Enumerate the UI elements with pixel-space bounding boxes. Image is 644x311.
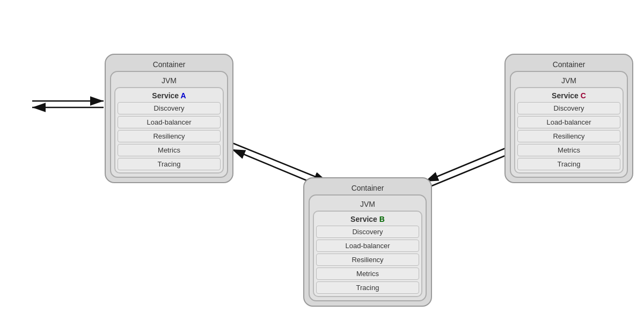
container-a-service-label: Service A — [118, 90, 221, 102]
container-b-service-label: Service B — [316, 214, 419, 226]
container-a-service-letter: A — [181, 91, 186, 100]
container-a-service: Service A Discovery Load-balancer Resili… — [114, 87, 224, 173]
container-b-tracing: Tracing — [316, 281, 419, 294]
container-b-jvm: JVM Service B Discovery Load-balancer Re… — [309, 194, 427, 301]
container-c-jvm-label: JVM — [514, 75, 624, 87]
container-c: Container JVM Service C Discovery Load-b… — [504, 54, 633, 183]
container-b-service: Service B Discovery Load-balancer Resili… — [313, 211, 422, 297]
container-c-tracing: Tracing — [517, 158, 620, 170]
container-c-resiliency: Resiliency — [517, 130, 620, 142]
container-a-jvm-label: JVM — [114, 75, 224, 87]
container-c-metrics: Metrics — [517, 144, 620, 156]
arrow-a-to-b — [231, 142, 327, 182]
container-b-loadbalancer: Load-balancer — [316, 240, 419, 252]
container-c-service: Service C Discovery Load-balancer Resili… — [514, 87, 624, 173]
container-c-label: Container — [510, 59, 628, 71]
container-a: Container JVM Service A Discovery Load-b… — [105, 54, 233, 183]
container-c-service-label: Service C — [517, 90, 620, 102]
container-a-tracing: Tracing — [118, 158, 221, 170]
container-c-loadbalancer: Load-balancer — [517, 116, 620, 128]
container-a-metrics: Metrics — [118, 144, 221, 156]
container-b: Container JVM Service B Discovery Load-b… — [303, 177, 432, 307]
container-b-jvm-label: JVM — [313, 199, 422, 211]
container-a-jvm: JVM Service A Discovery Load-balancer Re… — [110, 71, 228, 178]
container-a-resiliency: Resiliency — [118, 130, 221, 142]
container-a-label: Container — [110, 59, 228, 71]
container-c-service-letter: C — [581, 91, 586, 100]
container-b-discovery: Discovery — [316, 226, 419, 238]
container-a-discovery: Discovery — [118, 102, 221, 114]
container-a-loadbalancer: Load-balancer — [118, 116, 221, 128]
container-c-jvm: JVM Service C Discovery Load-balancer Re… — [510, 71, 628, 178]
container-b-service-letter: B — [379, 215, 385, 223]
container-b-metrics: Metrics — [316, 267, 419, 280]
container-b-resiliency: Resiliency — [316, 254, 419, 266]
container-c-discovery: Discovery — [517, 102, 620, 114]
container-b-label: Container — [309, 183, 427, 194]
